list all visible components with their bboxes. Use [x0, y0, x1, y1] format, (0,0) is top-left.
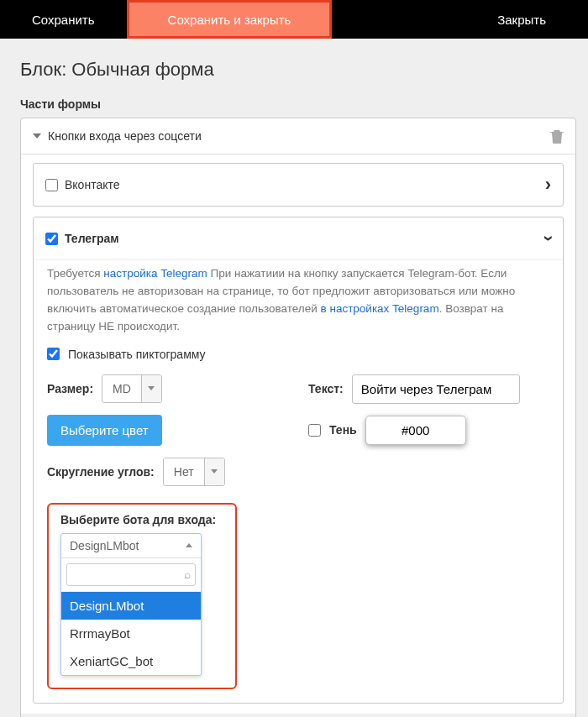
page-title: Блок: Обычная форма	[20, 59, 576, 81]
bot-option[interactable]: RrrmayBot	[61, 620, 201, 647]
color-button[interactable]: Выберите цвет	[47, 415, 162, 446]
show-icon-checkbox[interactable]	[47, 348, 60, 360]
shadow-color-input[interactable]	[365, 416, 466, 445]
shadow-label: Тень	[329, 423, 357, 437]
round-select-toggle[interactable]	[204, 458, 224, 485]
search-icon: ⌕	[184, 568, 191, 581]
telegram-label: Телеграм	[65, 232, 119, 245]
telegram-checkbox[interactable]	[45, 233, 58, 245]
telegram-body: Требуется настройка Telegram При нажатии…	[34, 260, 563, 703]
text-field: Текст:	[308, 374, 549, 404]
size-value: MD	[102, 375, 141, 402]
parts-heading: Части формы	[20, 97, 576, 111]
shadow-field: Тень	[308, 416, 549, 445]
bot-dropdown[interactable]: DesignLMbot ⌕ DesignLMbot RrrmayBot Xeni…	[60, 533, 202, 676]
size-label: Размер:	[47, 382, 93, 395]
triangle-down-icon	[211, 469, 218, 474]
chevron-right-icon: ›	[545, 174, 551, 196]
bot-select-box: Выберите бота для входа: DesignLMbot ⌕	[47, 503, 237, 689]
bot-search-input[interactable]	[66, 563, 196, 586]
bot-select-title: Выберите бота для входа:	[60, 513, 223, 526]
accordion-title: Кнопки входа через соцсети	[48, 129, 202, 143]
telegram-header[interactable]: Телеграм ›	[34, 217, 563, 260]
text-label: Текст:	[308, 382, 344, 395]
round-value: Нет	[164, 458, 204, 485]
close-button[interactable]: Закрыть	[465, 0, 588, 39]
show-icon-label: Показывать пиктограмму	[68, 348, 206, 361]
accordion-body: Вконтакте › Телеграм › Требуется настрой…	[21, 154, 575, 717]
show-icon-row: Показывать пиктограмму	[47, 348, 549, 361]
separator	[21, 714, 575, 717]
bot-option[interactable]: DesignLMbot	[61, 592, 201, 620]
round-field: Скругление углов: Нет	[47, 458, 288, 486]
size-select-toggle[interactable]	[141, 375, 161, 402]
triangle-up-icon	[186, 543, 192, 547]
vk-header[interactable]: Вконтакте ›	[34, 164, 563, 206]
chevron-down-icon	[33, 133, 41, 139]
page-body: Блок: Обычная форма Части формы Кнопки в…	[0, 39, 588, 717]
trash-icon[interactable]	[550, 128, 564, 144]
telegram-panel: Телеграм › Требуется настройка Telegram …	[33, 217, 564, 704]
top-bar: Сохранить Сохранить и закрыть Закрыть	[0, 0, 588, 39]
bot-dropdown-selected[interactable]: DesignLMbot	[61, 534, 201, 558]
save-button[interactable]: Сохранить	[0, 0, 127, 39]
vk-label: Вконтакте	[65, 178, 120, 191]
telegram-settings-link[interactable]: в настройках Telegram	[321, 302, 439, 315]
round-select[interactable]: Нет	[163, 458, 225, 486]
text-input[interactable]	[352, 374, 520, 404]
round-label: Скругление углов:	[47, 465, 155, 479]
bot-dropdown-search: ⌕	[61, 558, 201, 592]
shadow-checkbox[interactable]	[308, 424, 321, 437]
accordion-social-header[interactable]: Кнопки входа через соцсети	[21, 118, 575, 154]
size-field: Размер: MD	[47, 374, 288, 403]
telegram-description: Требуется настройка Telegram При нажатии…	[47, 265, 549, 336]
size-select[interactable]: MD	[102, 374, 162, 403]
bot-option[interactable]: XeniartGC_bot	[61, 647, 201, 675]
vk-checkbox[interactable]	[45, 179, 58, 191]
form-parts-container: Кнопки входа через соцсети Вконтакте ›	[20, 118, 576, 717]
bot-dropdown-list: DesignLMbot RrrmayBot XeniartGC_bot	[61, 592, 201, 675]
vk-panel: Вконтакте ›	[33, 163, 564, 207]
chevron-down-icon: ›	[537, 235, 559, 241]
bot-selected-value: DesignLMbot	[70, 539, 139, 552]
save-close-button[interactable]: Сохранить и закрыть	[127, 0, 333, 39]
triangle-down-icon	[148, 386, 155, 390]
telegram-setup-link[interactable]: настройка Telegram	[103, 267, 207, 280]
